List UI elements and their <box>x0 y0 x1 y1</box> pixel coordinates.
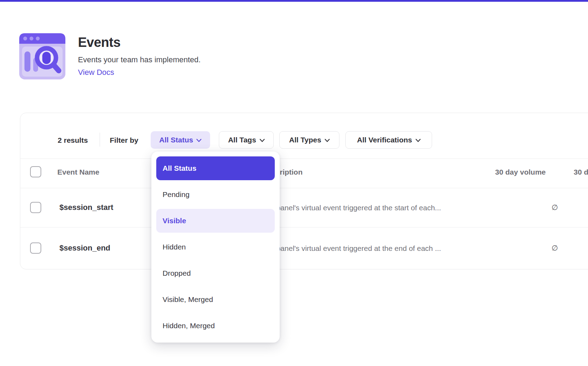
events-analytics-icon <box>19 33 65 79</box>
status-filter-label: All Status <box>159 136 193 144</box>
event-description-cell: Mixpanel's virtual event triggered at th… <box>265 244 441 253</box>
status-option-hidden-merged[interactable]: Hidden, Merged <box>156 314 275 338</box>
row-divider <box>20 227 588 227</box>
view-docs-link[interactable]: View Docs <box>78 68 114 77</box>
top-accent-bar <box>0 0 588 2</box>
chevron-down-icon <box>260 139 265 142</box>
page-subtitle: Events your team has implemented. <box>78 55 201 64</box>
status-option-visible-merged[interactable]: Visible, Merged <box>156 288 275 311</box>
row-checkbox[interactable] <box>30 242 41 254</box>
column-header-30-day-users: 30 day users <box>574 168 588 176</box>
status-option-all-status[interactable]: All Status <box>156 156 275 180</box>
filter-by-label: Filter by <box>110 136 138 145</box>
results-count: 2 results <box>58 136 88 145</box>
status-option-dropped[interactable]: Dropped <box>156 261 275 285</box>
chevron-down-icon <box>325 139 330 142</box>
verifications-filter-button[interactable]: All Verifications <box>345 131 432 149</box>
events-table-card: 2 results Filter by All Status All Tags … <box>20 113 588 269</box>
page-title: Events <box>78 35 121 50</box>
event-30-day-volume-cell: ∅ <box>453 244 558 252</box>
event-name-cell[interactable]: $session_start <box>59 203 113 212</box>
status-filter-dropdown-menu: All Status Pending Visible Hidden Droppe… <box>151 152 280 343</box>
types-filter-label: All Types <box>289 136 321 144</box>
tags-filter-label: All Tags <box>228 136 256 144</box>
chevron-down-icon <box>416 139 421 142</box>
column-header-event-name: Event Name <box>57 168 99 176</box>
event-30-day-volume-cell: ∅ <box>453 203 558 212</box>
select-all-checkbox[interactable] <box>30 166 41 177</box>
status-option-visible[interactable]: Visible <box>156 209 275 233</box>
status-filter-button[interactable]: All Status <box>151 131 210 149</box>
chevron-down-icon <box>196 139 201 142</box>
event-name-cell[interactable]: $session_end <box>59 244 110 253</box>
row-checkbox[interactable] <box>30 202 41 213</box>
table-header-top-divider <box>20 159 588 159</box>
status-option-hidden[interactable]: Hidden <box>156 235 275 259</box>
types-filter-button[interactable]: All Types <box>279 131 339 149</box>
toolbar-divider <box>100 133 100 147</box>
verifications-filter-label: All Verifications <box>357 136 412 144</box>
table-header-bottom-divider <box>20 188 588 188</box>
column-header-30-day-volume: 30 day volume <box>441 168 546 176</box>
tags-filter-button[interactable]: All Tags <box>219 131 274 149</box>
status-option-pending[interactable]: Pending <box>156 183 275 206</box>
event-description-cell: Mixpanel's virtual event triggered at th… <box>265 204 441 212</box>
